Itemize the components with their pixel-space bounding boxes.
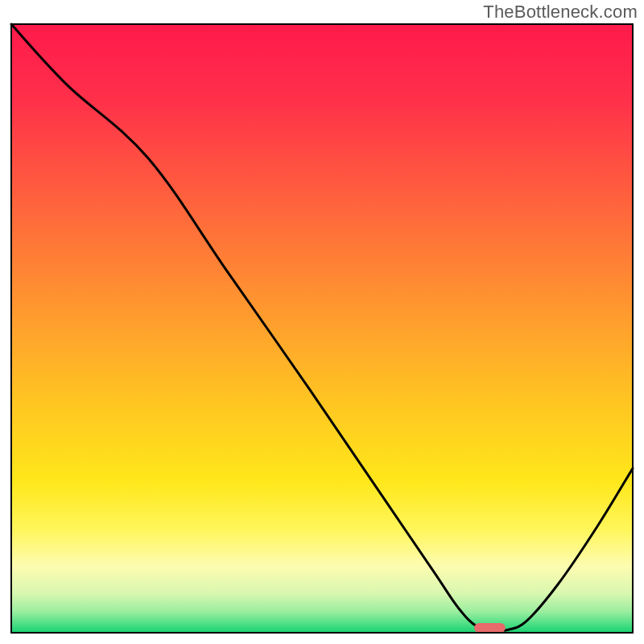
bottleneck-chart: TheBottleneck.com (0, 0, 644, 644)
optimal-region (474, 623, 506, 633)
chart-svg (0, 0, 644, 644)
